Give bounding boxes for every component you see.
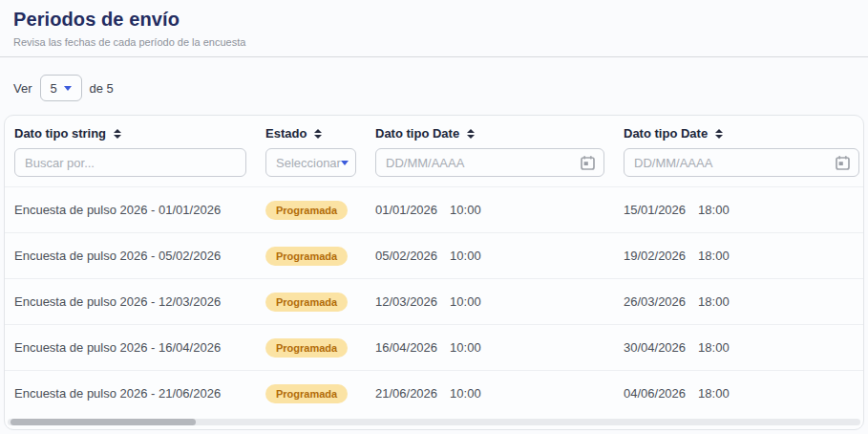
sort-icon[interactable] <box>114 129 121 139</box>
start-datetime: 12/03/202610:00 <box>366 294 614 309</box>
end-date: 15/01/2026 <box>624 203 686 217</box>
end-datetime: 19/02/202618:00 <box>614 249 863 263</box>
start-date: 05/02/2026 <box>375 249 437 263</box>
start-datetime: 05/02/202610:00 <box>366 249 614 263</box>
page-size-label: Ver <box>13 81 32 96</box>
end-datetime: 30/04/202618:00 <box>614 340 863 355</box>
start-date-input[interactable] <box>376 150 580 175</box>
column-label: Dato tipo string <box>14 126 106 141</box>
select-placeholder: Seleccionar <box>276 156 341 170</box>
calendar-icon[interactable] <box>580 155 596 171</box>
table-row[interactable]: Encuesta de pulso 2026 - 12/03/2026 Prog… <box>5 278 863 324</box>
table-header-row: Dato tipo string Estado Dato tipo Date D… <box>5 116 863 141</box>
column-header-start-date[interactable]: Dato tipo Date <box>366 126 614 141</box>
end-date: 26/03/2026 <box>624 294 686 309</box>
end-date-input[interactable] <box>625 150 835 175</box>
start-time: 10:00 <box>450 249 481 263</box>
end-date: 04/06/2026 <box>624 386 686 401</box>
status-badge: Programada <box>265 384 348 403</box>
sort-icon[interactable] <box>715 129 723 139</box>
periods-table: Dato tipo string Estado Dato tipo Date D… <box>4 115 864 430</box>
column-header-end-date[interactable]: Dato tipo Date <box>614 126 863 141</box>
chevron-down-icon <box>64 86 72 91</box>
end-date: 19/02/2026 <box>624 249 686 263</box>
end-date-filter[interactable] <box>624 148 859 177</box>
status-cell: Programada <box>256 384 366 403</box>
calendar-icon[interactable] <box>835 155 851 171</box>
total-count-label: de 5 <box>90 81 114 96</box>
filter-cell: Seleccionar <box>256 148 366 177</box>
table-row[interactable]: Encuesta de pulso 2026 - 16/04/2026 Prog… <box>5 324 863 370</box>
start-time: 10:00 <box>450 340 481 355</box>
end-datetime: 04/06/202618:00 <box>614 386 863 401</box>
status-badge: Programada <box>265 293 348 312</box>
filter-cell <box>5 148 256 177</box>
period-name: Encuesta de pulso 2026 - 01/01/2026 <box>5 203 256 217</box>
column-header-string[interactable]: Dato tipo string <box>5 126 256 141</box>
status-cell: Programada <box>256 201 366 220</box>
status-filter-select[interactable]: Seleccionar <box>265 148 356 177</box>
end-time: 18:00 <box>698 203 730 217</box>
start-datetime: 21/06/202610:00 <box>366 386 614 401</box>
start-datetime: 01/01/202610:00 <box>366 203 614 217</box>
table-filter-row: Seleccionar <box>5 148 863 186</box>
column-label: Dato tipo Date <box>375 126 459 141</box>
page-size-select[interactable]: 5 <box>40 75 82 101</box>
column-label: Estado <box>265 126 307 141</box>
column-header-estado[interactable]: Estado <box>256 126 366 141</box>
status-cell: Programada <box>256 293 366 312</box>
start-time: 10:00 <box>450 294 481 309</box>
scrollbar-thumb[interactable] <box>11 419 196 425</box>
chevron-down-icon <box>341 161 349 165</box>
end-date: 30/04/2026 <box>624 340 686 355</box>
start-date: 01/01/2026 <box>375 203 437 217</box>
status-cell: Programada <box>256 338 366 358</box>
horizontal-scrollbar[interactable] <box>8 419 860 425</box>
end-time: 18:00 <box>698 386 730 401</box>
page-size-value: 5 <box>50 81 56 96</box>
table-row[interactable]: Encuesta de pulso 2026 - 21/06/2026 Prog… <box>5 370 863 416</box>
status-badge: Programada <box>265 201 348 220</box>
end-datetime: 15/01/202618:00 <box>614 203 863 217</box>
start-time: 10:00 <box>450 203 481 217</box>
start-date: 12/03/2026 <box>375 294 437 309</box>
start-date: 21/06/2026 <box>375 386 437 401</box>
column-label: Dato tipo Date <box>624 126 708 141</box>
period-name: Encuesta de pulso 2026 - 16/04/2026 <box>5 340 256 355</box>
filter-cell <box>614 148 863 177</box>
page-title: Periodos de envío <box>13 9 855 31</box>
start-date: 16/04/2026 <box>375 340 437 355</box>
start-datetime: 16/04/202610:00 <box>366 340 614 355</box>
end-time: 18:00 <box>698 340 730 355</box>
start-time: 10:00 <box>450 386 481 401</box>
header-divider <box>0 56 868 57</box>
end-datetime: 26/03/202618:00 <box>614 294 863 309</box>
start-date-filter[interactable] <box>375 148 604 177</box>
search-input[interactable] <box>14 148 246 177</box>
status-badge: Programada <box>265 338 348 358</box>
period-name: Encuesta de pulso 2026 - 21/06/2026 <box>5 386 256 401</box>
status-cell: Programada <box>256 247 366 266</box>
status-badge: Programada <box>265 247 348 266</box>
filter-cell <box>366 148 614 177</box>
page-header: Periodos de envío Revisa las fechas de c… <box>0 0 868 48</box>
end-time: 18:00 <box>698 249 730 263</box>
end-time: 18:00 <box>698 294 730 309</box>
table-row[interactable]: Encuesta de pulso 2026 - 01/01/2026 Prog… <box>5 186 863 232</box>
page-size-control: Ver 5 de 5 <box>13 75 868 101</box>
page-subtitle: Revisa las fechas de cada período de la … <box>13 36 855 48</box>
period-name: Encuesta de pulso 2026 - 12/03/2026 <box>5 294 256 309</box>
table-row[interactable]: Encuesta de pulso 2026 - 05/02/2026 Prog… <box>5 232 863 278</box>
period-name: Encuesta de pulso 2026 - 05/02/2026 <box>5 249 256 263</box>
sort-icon[interactable] <box>314 129 322 139</box>
sort-icon[interactable] <box>467 129 475 139</box>
